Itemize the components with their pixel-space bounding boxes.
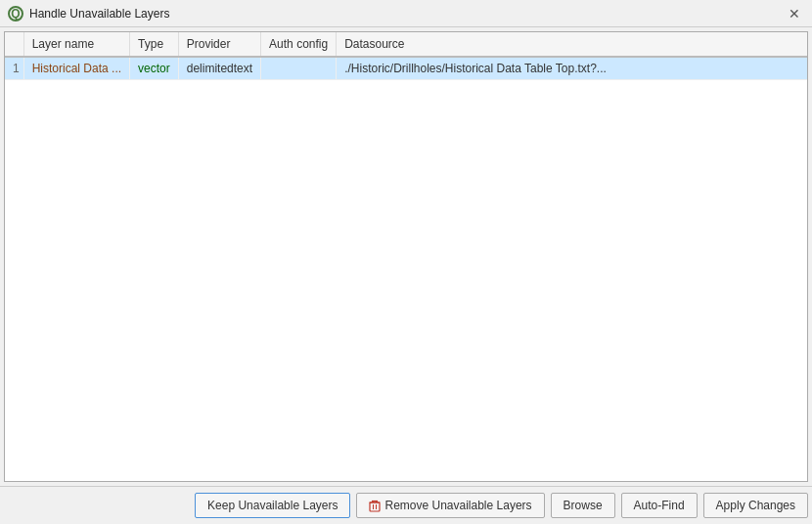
footer: Keep Unavailable Layers Remove Unavailab… [0, 486, 812, 524]
auto-find-button[interactable]: Auto-Find [621, 493, 698, 518]
keep-unavailable-button[interactable]: Keep Unavailable Layers [195, 493, 350, 518]
cell-num: 1 [5, 57, 23, 80]
cell-datasource: ./Historic/Drillholes/Historical Data Ta… [337, 57, 807, 80]
title-bar-left: Q Handle Unavailable Layers [8, 6, 169, 22]
layers-table-container[interactable]: Layer name Type Provider Auth config Dat… [4, 31, 808, 482]
col-header-provider: Provider [178, 32, 260, 57]
col-header-datasource: Datasource [337, 32, 807, 57]
col-header-type: Type [130, 32, 179, 57]
app-icon: Q [8, 6, 23, 22]
svg-text:Q: Q [11, 7, 20, 21]
col-header-num [5, 32, 23, 57]
table-header-row: Layer name Type Provider Auth config Dat… [5, 32, 807, 57]
cell-layer-name: Historical Data ... [23, 57, 129, 80]
remove-label: Remove Unavailable Layers [384, 499, 531, 512]
cell-auth-config [261, 57, 337, 80]
layers-table: Layer name Type Provider Auth config Dat… [5, 32, 807, 80]
apply-changes-button[interactable]: Apply Changes [703, 493, 808, 518]
title-bar: Q Handle Unavailable Layers ✕ [0, 0, 812, 27]
cell-type: vector [130, 57, 179, 80]
svg-rect-2 [370, 502, 380, 511]
close-button[interactable]: ✕ [785, 4, 804, 23]
remove-unavailable-button[interactable]: Remove Unavailable Layers [356, 493, 544, 518]
trash-icon [369, 500, 381, 512]
browse-button[interactable]: Browse [551, 493, 615, 518]
col-header-auth-config: Auth config [261, 32, 337, 57]
table-row[interactable]: 1Historical Data ...vectordelimitedtext.… [5, 57, 807, 80]
table-body: 1Historical Data ...vectordelimitedtext.… [5, 57, 807, 80]
window-title: Handle Unavailable Layers [29, 7, 169, 21]
main-content: Layer name Type Provider Auth config Dat… [0, 27, 812, 486]
cell-provider: delimitedtext [178, 57, 260, 80]
col-header-layer-name: Layer name [23, 32, 129, 57]
